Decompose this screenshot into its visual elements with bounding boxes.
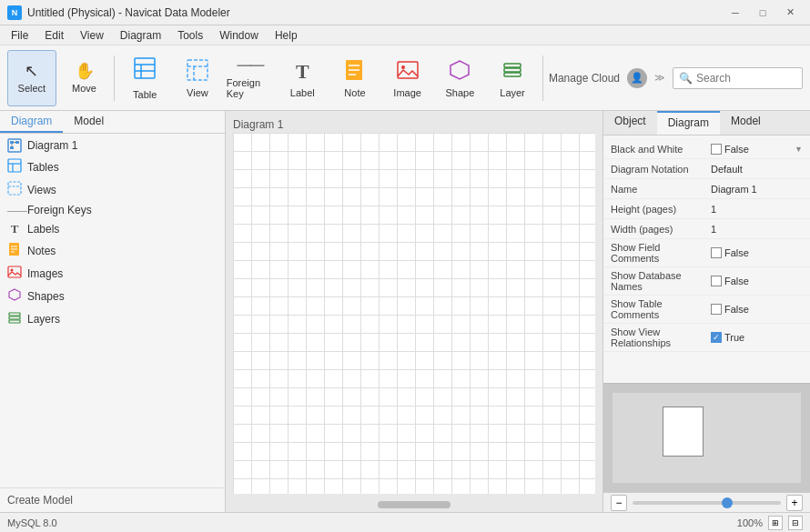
- sidebar-tab-diagram[interactable]: Diagram: [0, 111, 63, 133]
- sidebar-item-shapes-label: Shapes: [27, 290, 65, 303]
- black-white-checkbox[interactable]: [711, 144, 722, 155]
- title-bar-text: Untitled (Physical) - Navicat Data Model…: [27, 6, 230, 19]
- prop-sdn-label: Show Database Names: [611, 270, 711, 292]
- close-button[interactable]: ✕: [777, 0, 803, 25]
- toolbar-image-label: Image: [393, 87, 421, 98]
- right-tab-diagram[interactable]: Diagram: [657, 111, 720, 135]
- sdn-checkbox[interactable]: [711, 276, 722, 286]
- sidebar-item-notes[interactable]: Notes: [0, 239, 225, 262]
- toolbar-select-label: Select: [18, 83, 46, 94]
- sfc-checkbox[interactable]: [711, 247, 722, 258]
- toolbar-image-button[interactable]: Image: [383, 50, 432, 106]
- menu-window[interactable]: Window: [212, 27, 266, 44]
- prop-sdn-value[interactable]: False: [711, 276, 803, 286]
- minimize-button[interactable]: ─: [723, 0, 748, 25]
- toolbar-shape-button[interactable]: Shape: [436, 50, 485, 106]
- diagram-area-label: Diagram 1: [233, 118, 283, 131]
- maximize-button[interactable]: □: [750, 0, 775, 25]
- diagram-area[interactable]: Diagram 1: [226, 111, 602, 512]
- toolbar-move-button[interactable]: ✋ Move: [60, 50, 109, 106]
- toolbar-layer-button[interactable]: Layer: [488, 50, 537, 106]
- menu-tools[interactable]: Tools: [170, 27, 210, 44]
- sidebar-item-layers-label: Layers: [27, 313, 60, 326]
- search-input[interactable]: [696, 72, 796, 85]
- fk-icon: ——: [7, 205, 22, 216]
- prop-svr-value[interactable]: ✓ True: [711, 332, 803, 343]
- svg-rect-19: [15, 141, 19, 144]
- prop-svr-label: Show View Relationships: [611, 326, 711, 348]
- prop-stc-value[interactable]: False: [711, 304, 803, 315]
- zoom-slider[interactable]: [633, 501, 781, 505]
- toolbar-fk-label: Foreign Key: [227, 77, 274, 99]
- diagram1-icon: [7, 138, 22, 153]
- menu-diagram[interactable]: Diagram: [113, 27, 168, 44]
- diagram-canvas[interactable]: [233, 133, 595, 494]
- title-bar: N Untitled (Physical) - Navicat Data Mod…: [0, 0, 810, 25]
- toolbar-label-button[interactable]: T Label: [278, 50, 327, 106]
- search-box[interactable]: 🔍: [673, 67, 803, 89]
- menu-help[interactable]: Help: [268, 27, 305, 44]
- sidebar-item-images[interactable]: Images: [0, 262, 225, 285]
- sidebar-item-shapes[interactable]: Shapes: [0, 285, 225, 307]
- stc-val: False: [724, 304, 749, 315]
- svg-marker-13: [451, 61, 469, 79]
- app-icon: N: [7, 5, 22, 20]
- svg-rect-32: [8, 266, 21, 277]
- svg-rect-0: [135, 58, 155, 78]
- mini-page: [663, 407, 704, 457]
- sidebar-tab-model[interactable]: Model: [63, 111, 115, 133]
- zoom-in-button[interactable]: +: [786, 495, 803, 511]
- right-tab-model[interactable]: Model: [720, 111, 772, 135]
- menu-file[interactable]: File: [4, 27, 35, 44]
- sidebar-item-diagram1[interactable]: Diagram 1: [0, 136, 225, 156]
- zoom-out-button[interactable]: −: [611, 495, 627, 511]
- svg-rect-15: [504, 68, 521, 72]
- menu-view[interactable]: View: [73, 27, 111, 44]
- sidebar-item-tables[interactable]: Tables: [0, 156, 225, 178]
- prop-stc-label: Show Table Comments: [611, 298, 711, 320]
- prop-sfc-value[interactable]: False: [711, 247, 803, 258]
- svg-rect-18: [10, 141, 14, 144]
- toolbar-view-label: View: [187, 87, 208, 98]
- select-icon: ↖: [25, 63, 38, 79]
- view-icon: [186, 58, 209, 84]
- prop-show-view-rel: Show View Relationships ✓ True: [603, 324, 810, 352]
- toolbar-note-button[interactable]: Note: [330, 50, 380, 106]
- views-icon: [7, 181, 22, 198]
- black-white-dropdown[interactable]: ▼: [795, 145, 803, 154]
- menu-edit[interactable]: Edit: [37, 27, 71, 44]
- svg-point-33: [11, 269, 14, 272]
- sidebar-content: Diagram 1 Tables: [0, 134, 225, 487]
- sidebar-item-fk-label: Foreign Keys: [27, 204, 92, 216]
- sidebar-item-layers[interactable]: Layers: [0, 307, 225, 330]
- right-tab-object[interactable]: Object: [603, 111, 657, 135]
- toolbar-select-button[interactable]: ↖ Select: [7, 50, 56, 106]
- toolbar-layer-label: Layer: [500, 87, 525, 98]
- zoom-bar: − +: [603, 492, 810, 512]
- prop-black-white-value[interactable]: False ▼: [711, 144, 803, 155]
- svr-val: True: [724, 332, 744, 343]
- stc-checkbox[interactable]: [711, 304, 722, 315]
- black-white-val: False: [724, 144, 749, 155]
- mini-preview: [603, 383, 810, 492]
- toolbar-fk-button[interactable]: —— Foreign Key: [226, 50, 275, 106]
- prop-diagram-notation: Diagram Notation Default: [603, 159, 810, 179]
- svr-checkbox[interactable]: ✓: [711, 332, 722, 343]
- sidebar-item-labels[interactable]: T Labels: [0, 219, 225, 239]
- note-icon: [343, 58, 367, 84]
- prop-show-db-names: Show Database Names False: [603, 267, 810, 296]
- toolbar-view-button[interactable]: View: [173, 50, 222, 106]
- zoom-thumb[interactable]: [722, 497, 733, 508]
- toolbar-table-button[interactable]: Table: [120, 50, 169, 106]
- create-model-button[interactable]: Create Model: [0, 487, 225, 512]
- sidebar-item-views[interactable]: Views: [0, 178, 225, 201]
- prop-width-value: 1: [711, 224, 803, 235]
- image-icon: [396, 58, 420, 84]
- diagram-scrollbar[interactable]: [378, 501, 451, 508]
- expand-icon: ≫: [654, 72, 665, 84]
- toolbar-move-label: Move: [72, 83, 96, 94]
- sidebar-item-foreign-keys[interactable]: —— Foreign Keys: [0, 201, 225, 219]
- manage-cloud-area: Manage Cloud 👤 ≫ 🔍: [549, 67, 803, 89]
- prop-name: Name Diagram 1: [603, 179, 810, 199]
- toolbar-note-label: Note: [344, 87, 365, 98]
